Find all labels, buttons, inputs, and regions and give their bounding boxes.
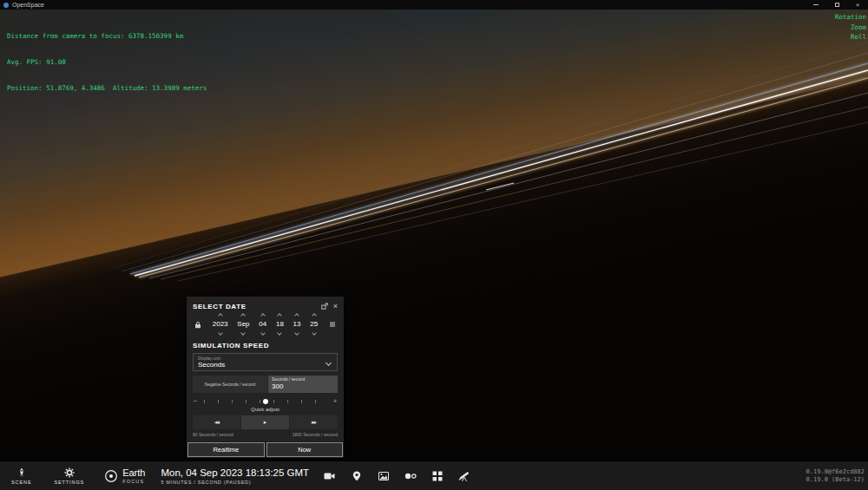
minimize-button[interactable] xyxy=(806,0,826,10)
close-icon: × xyxy=(333,303,338,310)
slider-thumb[interactable] xyxy=(263,399,268,404)
fast-forward-icon: ▸▸ xyxy=(312,419,316,426)
dashboard-info: Distance from camera to focus: 6378.1503… xyxy=(7,15,207,110)
quick-adjust-slider[interactable] xyxy=(202,398,328,405)
geo-location-button[interactable] xyxy=(343,461,370,490)
gear-icon xyxy=(64,467,75,478)
month-value[interactable]: Sep xyxy=(237,320,249,329)
playback-controls: ◂◂ ▸ ▸▸ xyxy=(193,415,338,429)
image-icon xyxy=(378,472,389,480)
month-decrement-button[interactable] xyxy=(241,330,247,336)
zoom-friction-toggle[interactable]: Zoom xyxy=(835,23,866,33)
second-value[interactable]: 25 xyxy=(310,320,318,329)
skybrowser-button[interactable] xyxy=(450,461,477,490)
friction-toggles: Rotation Zoom Roll xyxy=(835,12,866,42)
quick-adjust-slider-row: − + xyxy=(193,398,338,405)
focus-text: Earth FOCUS xyxy=(122,468,145,484)
lock-date-button[interactable] xyxy=(193,321,203,329)
focus-target-name: Earth xyxy=(122,468,145,478)
month-increment-button[interactable] xyxy=(241,313,247,318)
close-button[interactable]: × xyxy=(847,0,868,10)
apps-grid-icon xyxy=(432,471,443,481)
fast-forward-button[interactable]: ▸▸ xyxy=(290,415,338,429)
render-viewport[interactable]: Distance from camera to focus: 6378.1503… xyxy=(0,10,868,461)
calendar-view-button[interactable] xyxy=(327,321,338,328)
second-spinner: 25 xyxy=(310,314,318,335)
slider-plus-button[interactable]: + xyxy=(332,398,338,405)
popup-title: SELECT DATE xyxy=(193,303,247,310)
rewind-icon: ◂◂ xyxy=(214,419,219,426)
taskbar-tools xyxy=(316,461,477,490)
speed-input-value: 300 xyxy=(272,382,334,391)
close-popup-button[interactable]: × xyxy=(333,303,338,310)
minute-decrement-button[interactable] xyxy=(294,330,299,336)
calendar-list-icon xyxy=(329,321,336,328)
popup-footer: Realtime Now xyxy=(187,441,344,458)
record-icon xyxy=(404,473,417,480)
bottom-taskbar: SCENE SETTINGS Earth FOCUS xyxy=(0,461,868,490)
location-pin-icon xyxy=(352,471,361,481)
maximize-button[interactable] xyxy=(826,0,847,10)
day-decrement-button[interactable] xyxy=(260,330,266,336)
realtime-button[interactable]: Realtime xyxy=(187,442,265,457)
version-build: 0.19.0@f6e2cd882 xyxy=(806,468,865,476)
settings-menu-label: SETTINGS xyxy=(54,480,84,485)
minute-value[interactable]: 13 xyxy=(293,320,301,329)
hour-decrement-button[interactable] xyxy=(278,330,283,336)
negative-speed-button[interactable]: Negative Seconds / second xyxy=(193,376,267,393)
year-increment-button[interactable] xyxy=(218,313,223,318)
speed-value-input[interactable]: Seconds / second 300 xyxy=(268,376,338,393)
hour-increment-button[interactable] xyxy=(278,313,283,318)
now-button[interactable]: Now xyxy=(266,442,344,457)
fps-readout: Avg. FPS: 91.08 xyxy=(7,58,207,67)
detach-popup-button[interactable] xyxy=(321,303,328,310)
current-datetime: Mon, 04 Sep 2023 18:13:25 GMT xyxy=(161,467,309,479)
scene-menu-button[interactable]: SCENE xyxy=(0,461,43,490)
app-logo-icon xyxy=(3,3,9,8)
max-speed-label: 1800 Seconds / second xyxy=(293,432,338,437)
time-display-button[interactable]: Mon, 04 Sep 2023 18:13:25 GMT 5 MINUTES … xyxy=(161,467,309,485)
apps-grid-button[interactable] xyxy=(424,461,450,490)
roll-friction-toggle[interactable]: Roll xyxy=(835,32,866,42)
openspace-window: OpenSpace × xyxy=(0,0,868,490)
version-info: 0.19.0@f6e2cd882 0.19.0 (Beta-12) xyxy=(806,468,865,484)
hour-spinner: 18 xyxy=(276,314,284,335)
day-value[interactable]: 04 xyxy=(259,320,266,329)
rotation-friction-toggle[interactable]: Rotation xyxy=(835,12,866,23)
play-button[interactable]: ▸ xyxy=(241,415,289,429)
lock-icon xyxy=(194,321,201,329)
focus-target-icon xyxy=(104,469,118,483)
second-decrement-button[interactable] xyxy=(312,330,317,336)
window-controls: × xyxy=(806,0,868,10)
date-time-spinners: 2023 Sep 04 18 xyxy=(193,314,338,335)
speed-range-labels: 60 Seconds / second 1800 Seconds / secon… xyxy=(193,432,338,437)
hour-value[interactable]: 18 xyxy=(276,320,284,329)
minimize-icon xyxy=(813,4,819,5)
second-increment-button[interactable] xyxy=(312,313,317,318)
slider-minus-button[interactable]: − xyxy=(193,398,198,405)
minute-increment-button[interactable] xyxy=(294,313,299,318)
day-increment-button[interactable] xyxy=(260,313,266,318)
popout-icon xyxy=(321,303,328,310)
simulation-speed-title: SIMULATION SPEED xyxy=(193,342,338,350)
position-readout: Position: 51.8769, 4.3486 Altitude: 13.3… xyxy=(7,84,207,93)
month-spinner: Sep xyxy=(237,314,249,335)
record-button[interactable] xyxy=(397,461,424,490)
focus-menu-button[interactable]: Earth FOCUS xyxy=(95,461,154,490)
speed-input-row: Negative Seconds / second Seconds / seco… xyxy=(193,376,338,393)
year-value[interactable]: 2023 xyxy=(213,320,228,329)
year-decrement-button[interactable] xyxy=(218,330,223,336)
distance-readout: Distance from camera to focus: 6378.1503… xyxy=(7,32,207,41)
telescope-icon xyxy=(458,471,470,481)
popup-header: SELECT DATE × xyxy=(193,302,338,310)
display-unit-value: Seconds xyxy=(198,361,332,369)
screenshot-button[interactable] xyxy=(370,461,397,490)
min-speed-label: 60 Seconds / second xyxy=(193,432,233,437)
display-unit-select[interactable]: Display unit Seconds xyxy=(193,353,338,371)
settings-menu-button[interactable]: SETTINGS xyxy=(43,461,95,490)
quick-adjust-label: Quick adjust xyxy=(193,407,338,412)
day-spinner: 04 xyxy=(259,314,266,335)
close-icon: × xyxy=(856,1,860,9)
rewind-button[interactable]: ◂◂ xyxy=(193,415,240,429)
session-recording-button[interactable] xyxy=(316,461,343,490)
